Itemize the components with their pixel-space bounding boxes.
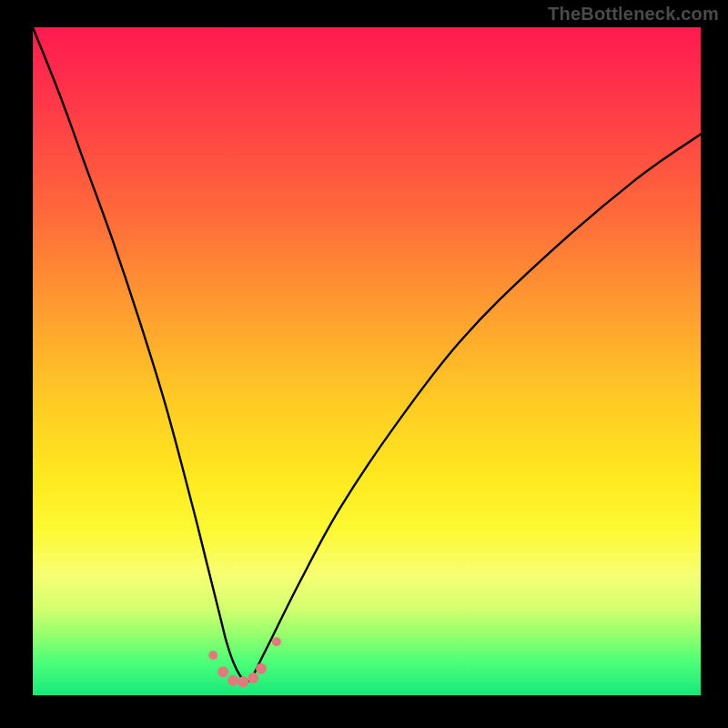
chart-frame: TheBottleneck.com — [0, 0, 728, 728]
plot-area — [33, 27, 701, 695]
watermark-label: TheBottleneck.com — [548, 4, 719, 25]
